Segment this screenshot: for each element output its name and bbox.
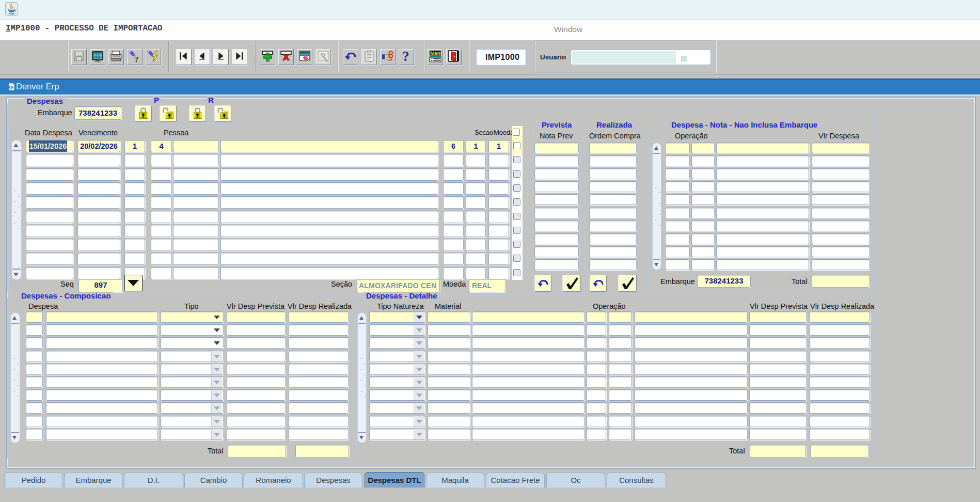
svg-text:?: ? xyxy=(402,50,409,64)
svg-text:?: ? xyxy=(134,55,138,64)
svg-text:Menu: Menu xyxy=(430,50,442,56)
